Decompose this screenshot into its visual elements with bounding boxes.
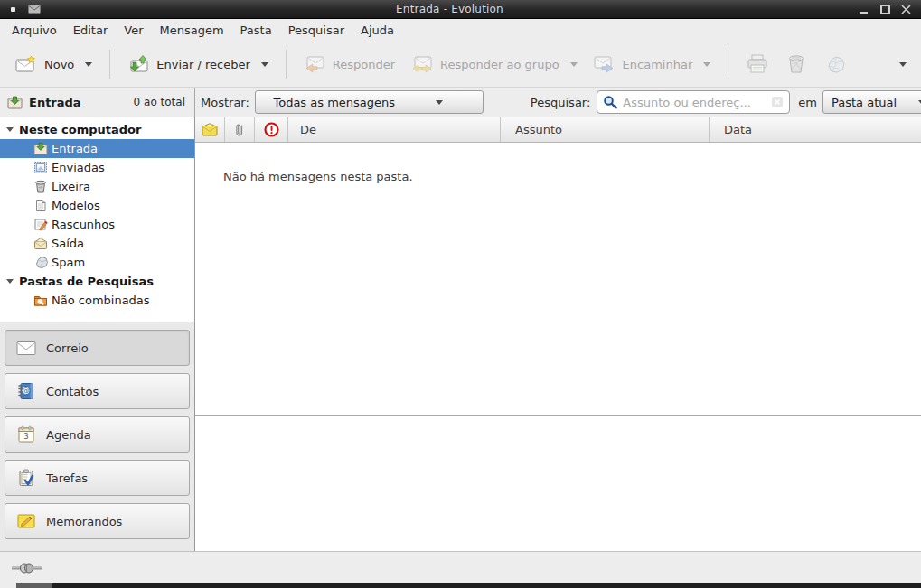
spam-icon bbox=[33, 256, 48, 269]
folder-title: Entrada bbox=[29, 96, 81, 109]
reply-group-label: Responder ao grupo bbox=[440, 58, 559, 71]
tree-section-label: Pastas de Pesquisas bbox=[19, 275, 154, 288]
contacts-icon: @ bbox=[16, 382, 36, 400]
message-list-body[interactable]: Não há mensagens nesta pasta. bbox=[195, 143, 921, 415]
print-button[interactable] bbox=[738, 48, 777, 80]
menu-ajuda[interactable]: Ajuda bbox=[352, 21, 402, 40]
reply-group-dropdown-caret-icon[interactable] bbox=[570, 62, 578, 67]
filter-controls: Mostrar: Todas as mensagens Pesquisar: e… bbox=[195, 88, 921, 117]
forward-dropdown-caret-icon[interactable] bbox=[703, 62, 710, 67]
show-label: Mostrar: bbox=[201, 96, 249, 109]
column-from[interactable]: De bbox=[288, 117, 501, 142]
menu-mensagem[interactable]: Mensagem bbox=[152, 21, 232, 40]
new-button-label: Novo bbox=[44, 58, 74, 71]
bottom-edge-strip bbox=[0, 583, 921, 588]
window-title: Entrada - Evolution bbox=[41, 3, 859, 15]
unread-envelope-icon bbox=[202, 123, 218, 136]
menu-ver[interactable]: Ver bbox=[116, 21, 151, 40]
new-button[interactable]: Novo bbox=[7, 49, 100, 79]
tasks-icon bbox=[16, 469, 36, 487]
forward-icon bbox=[594, 55, 616, 73]
expander-down-icon[interactable] bbox=[6, 127, 14, 132]
column-date[interactable]: Data bbox=[710, 117, 921, 142]
forward-label: Encaminhar bbox=[623, 58, 693, 71]
search-scope-combobox[interactable]: Pasta atual bbox=[822, 90, 921, 114]
search-icon bbox=[603, 95, 617, 109]
svg-text:@: @ bbox=[23, 387, 30, 395]
calendar-icon: 3 bbox=[16, 425, 36, 443]
folder-item-rascunhos[interactable]: Rascunhos bbox=[0, 215, 194, 234]
search-scope-value: Pasta atual bbox=[832, 96, 897, 109]
folder-item-lixeira[interactable]: Lixeira bbox=[0, 177, 194, 196]
tree-section-search-folders[interactable]: Pastas de Pesquisas bbox=[0, 272, 194, 291]
folder-item-spam[interactable]: Spam bbox=[0, 253, 194, 272]
switcher-label: Memorandos bbox=[46, 515, 122, 528]
expander-down-icon[interactable] bbox=[6, 279, 14, 284]
close-button[interactable] bbox=[900, 5, 912, 14]
minimize-button[interactable] bbox=[859, 5, 870, 14]
folder-item-nao-combinadas[interactable]: Não combinadas bbox=[0, 291, 194, 310]
online-status-plug-icon[interactable] bbox=[12, 562, 42, 574]
new-message-icon bbox=[15, 55, 37, 73]
delete-button[interactable] bbox=[777, 48, 815, 80]
toolbar-separator bbox=[286, 50, 287, 79]
switcher-label: Tarefas bbox=[46, 471, 88, 485]
view-switcher: Correio @ Contatos 3 bbox=[0, 322, 194, 551]
mail-icon bbox=[16, 341, 36, 356]
folder-label: Rascunhos bbox=[52, 218, 115, 231]
send-receive-icon bbox=[127, 55, 149, 73]
switcher-correio-button[interactable]: Correio bbox=[5, 330, 190, 366]
tree-section-local[interactable]: Neste computador bbox=[0, 120, 194, 139]
search-folder-icon bbox=[33, 294, 48, 307]
message-list-pane: De Assunto Data Não há mensagens nesta p… bbox=[195, 117, 921, 551]
folder-item-modelos[interactable]: Modelos bbox=[0, 196, 194, 215]
switcher-tarefas-button[interactable]: Tarefas bbox=[5, 460, 190, 496]
column-attachment[interactable] bbox=[225, 117, 255, 142]
column-subject-label: Assunto bbox=[515, 123, 562, 136]
switcher-label: Agenda bbox=[46, 428, 91, 442]
switcher-contatos-button[interactable]: @ Contatos bbox=[5, 373, 190, 409]
window-menu-dot-icon bbox=[11, 7, 15, 12]
preview-pane bbox=[195, 416, 921, 551]
switcher-agenda-button[interactable]: 3 Agenda bbox=[5, 416, 190, 453]
folder-item-entrada[interactable]: Entrada bbox=[0, 139, 194, 158]
reply-label: Responder bbox=[333, 58, 395, 71]
folder-message-count: 0 ao total bbox=[134, 96, 185, 108]
junk-icon bbox=[824, 54, 846, 74]
paperclip-icon bbox=[234, 122, 245, 137]
show-filter-combobox[interactable]: Todas as mensagens bbox=[255, 90, 484, 114]
menu-editar[interactable]: Editar bbox=[65, 21, 117, 40]
menu-arquivo[interactable]: Arquivo bbox=[4, 21, 65, 40]
column-important[interactable] bbox=[255, 117, 288, 142]
send-receive-dropdown-caret-icon[interactable] bbox=[261, 62, 268, 67]
search-input[interactable] bbox=[623, 96, 766, 109]
switcher-memorandos-button[interactable]: Memorandos bbox=[5, 503, 190, 539]
sent-icon bbox=[33, 161, 48, 174]
tree-section-label: Neste computador bbox=[19, 123, 141, 136]
toolbar-separator bbox=[728, 50, 728, 79]
menu-pasta[interactable]: Pasta bbox=[232, 21, 280, 40]
menu-pesquisar[interactable]: Pesquisar bbox=[280, 21, 352, 40]
maximize-button[interactable] bbox=[879, 5, 891, 14]
folder-label: Lixeira bbox=[52, 180, 90, 193]
reply-group-button[interactable]: Responder ao grupo bbox=[403, 49, 586, 79]
menubar: Arquivo Editar Ver Mensagem Pasta Pesqui… bbox=[0, 19, 921, 42]
draft-icon bbox=[33, 218, 48, 231]
reply-button[interactable]: Responder bbox=[296, 49, 403, 79]
trash-icon bbox=[786, 54, 806, 74]
forward-button[interactable]: Encaminhar bbox=[586, 49, 719, 79]
new-dropdown-caret-icon[interactable] bbox=[85, 62, 92, 67]
folder-tree: Neste computador Entrada Enviadas bbox=[0, 117, 194, 322]
search-label: Pesquisar: bbox=[531, 96, 591, 109]
folder-item-enviadas[interactable]: Enviadas bbox=[0, 158, 194, 177]
send-receive-button[interactable]: Enviar / receber bbox=[119, 49, 277, 79]
column-read-status[interactable] bbox=[195, 117, 225, 142]
titlebar: Entrada - Evolution bbox=[0, 0, 921, 19]
folder-item-saida[interactable]: Saída bbox=[0, 234, 194, 253]
column-subject[interactable]: Assunto bbox=[501, 117, 710, 142]
junk-button[interactable] bbox=[815, 48, 855, 80]
toolbar-overflow-caret-icon[interactable] bbox=[899, 62, 907, 67]
switcher-label: Contatos bbox=[46, 385, 99, 398]
clear-search-icon[interactable] bbox=[771, 96, 784, 108]
search-box[interactable] bbox=[597, 90, 790, 114]
